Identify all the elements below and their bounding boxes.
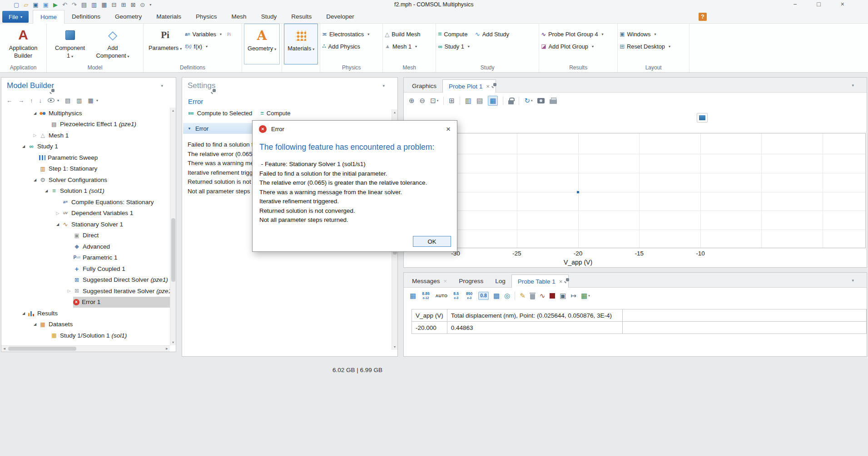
tab-physics[interactable]: Physics bbox=[188, 10, 224, 24]
open-icon[interactable]: ▱ bbox=[24, 1, 28, 9]
matrix-icon[interactable]: ⊞ bbox=[121, 1, 126, 9]
compact-notation-button[interactable]: 850e-3 bbox=[465, 291, 474, 300]
edit-table-icon[interactable]: ✎ bbox=[520, 292, 526, 300]
decimal-notation-button[interactable]: 0.8 bbox=[478, 292, 489, 300]
table-row[interactable]: -20.0000.44863 bbox=[412, 322, 867, 334]
scroll-right-icon[interactable]: ► bbox=[164, 346, 170, 352]
tree-item-study-1[interactable]: ◢Study 1 bbox=[1, 141, 170, 152]
zoom-in-icon[interactable]: ⊕ bbox=[409, 97, 415, 105]
graphics-tab-probe-plot-1[interactable]: Probe Plot 1× bbox=[442, 79, 496, 93]
tree-item-stationary-solver-1[interactable]: ◢Stationary Solver 1 bbox=[1, 219, 170, 230]
redo-icon[interactable]: ↷ bbox=[72, 1, 77, 9]
zoom-extents-icon[interactable]: ⊞ bbox=[449, 97, 455, 105]
tree-item-direct[interactable]: Direct bbox=[1, 230, 170, 241]
build-mesh-button[interactable]: △Build Mesh bbox=[385, 29, 420, 39]
expanded-arrow-icon[interactable]: ◢ bbox=[31, 322, 39, 326]
insert-rows-icon[interactable]: ▤ bbox=[81, 1, 87, 9]
tree-item-step-1-stationary[interactable]: Step 1: Stationary bbox=[1, 163, 170, 175]
vertical-grid-icon[interactable]: ▥ bbox=[465, 97, 471, 105]
plot-area[interactable] bbox=[412, 133, 866, 248]
materials-button[interactable]: Materials▾ bbox=[284, 24, 318, 64]
tab-study[interactable]: Study bbox=[254, 10, 284, 24]
add-physics-button[interactable]: ∴Add Physics bbox=[322, 42, 369, 51]
table-plot-icon[interactable]: ∿ bbox=[540, 292, 546, 300]
export-table-icon[interactable]: ↦ bbox=[571, 292, 577, 300]
scrollbar-thumb[interactable] bbox=[171, 218, 175, 282]
probe-table-header[interactable] bbox=[622, 309, 867, 322]
tab-mesh[interactable]: Mesh bbox=[224, 10, 254, 24]
expand-all-icon[interactable]: ▥ bbox=[76, 97, 82, 104]
save-icon[interactable]: ▣ bbox=[33, 1, 38, 9]
scrollbar-thumb[interactable] bbox=[8, 347, 76, 351]
expanded-arrow-icon[interactable]: ◢ bbox=[20, 144, 28, 148]
tab-materials[interactable]: Materials bbox=[149, 10, 188, 24]
zoom-select-icon[interactable]: ⊙ bbox=[140, 1, 145, 9]
windows-button[interactable]: ▣Windows▾ bbox=[620, 29, 670, 39]
clear-table-icon[interactable] bbox=[530, 293, 535, 299]
compute-button[interactable]: = Compute bbox=[260, 110, 290, 117]
expanded-arrow-icon[interactable]: ◢ bbox=[20, 311, 28, 315]
lock-axis-icon[interactable] bbox=[508, 98, 514, 104]
tree-item-compile-equations-stationary[interactable]: Compile Equations: Stationary bbox=[1, 196, 170, 208]
close-tab-icon[interactable]: × bbox=[444, 278, 447, 284]
save-as-icon[interactable]: ▣ bbox=[43, 1, 49, 9]
minimize-button[interactable]: − bbox=[793, 0, 797, 8]
collapse-all-icon[interactable]: ▤ bbox=[65, 97, 70, 104]
forward-icon[interactable]: → bbox=[18, 97, 24, 104]
probe-table-header[interactable]: Total displacement (nm), Point: (0.02564… bbox=[447, 309, 622, 322]
collapsed-arrow-icon[interactable]: ▷ bbox=[54, 211, 62, 216]
add-table-icon[interactable]: ▦▾ bbox=[581, 292, 590, 300]
study-1-button[interactable]: ∞Study 1▾ bbox=[438, 42, 470, 51]
zoom-out-icon[interactable]: ⊖ bbox=[420, 97, 426, 105]
model-tree-node-settings-icon[interactable]: ▦ bbox=[88, 97, 94, 104]
submatrix-icon[interactable]: ⊠ bbox=[130, 1, 135, 9]
expanded-arrow-icon[interactable]: ◢ bbox=[42, 189, 50, 193]
tab-developer[interactable]: Developer bbox=[319, 10, 362, 24]
toolbar-caret[interactable]: ▾ bbox=[96, 98, 98, 103]
help-button[interactable]: ? bbox=[699, 13, 707, 21]
copy-table-icon[interactable]: ▣ bbox=[560, 292, 566, 300]
add-study-button[interactable]: ∿Add Study bbox=[475, 29, 509, 39]
info-tab-log[interactable]: Log bbox=[489, 275, 511, 287]
tree-item-datasets[interactable]: ◢Datasets bbox=[1, 319, 170, 330]
merge-cells-icon[interactable]: ▦ bbox=[101, 1, 107, 9]
tree-item-solver-configurations[interactable]: ◢Solver Configurations bbox=[1, 174, 170, 186]
scroll-down-icon[interactable]: ▾ bbox=[170, 339, 176, 345]
engineering-notation-button[interactable]: 8.5e-3 bbox=[452, 291, 460, 300]
zoom-box-icon[interactable]: ⊡▾ bbox=[430, 97, 438, 105]
electrostatics-button[interactable]: ≍Electrostatics▾ bbox=[322, 29, 369, 39]
chevron-down-icon[interactable]: ▾ bbox=[382, 83, 385, 88]
chevron-down-icon[interactable]: ▾ bbox=[149, 1, 151, 9]
full-precision-icon[interactable]: ▩ bbox=[493, 292, 500, 300]
maximize-button[interactable]: □ bbox=[817, 0, 820, 8]
tree-item-mesh-1[interactable]: ▷Mesh 1 bbox=[1, 130, 170, 141]
scroll-left-icon[interactable]: ◄ bbox=[1, 346, 7, 352]
expanded-arrow-icon[interactable]: ◢ bbox=[54, 222, 62, 226]
format-family-icon[interactable]: ▦ bbox=[410, 292, 416, 300]
add-plot-group-button[interactable]: ◪Add Plot Group▾ bbox=[541, 42, 603, 51]
tree-item-parametric-1[interactable]: Parametric 1 bbox=[1, 252, 170, 264]
tree-item-solution-1[interactable]: ◢Solution 1(sol1) bbox=[1, 186, 170, 197]
f-x-button[interactable]: f(x)f(x)▾ bbox=[185, 42, 222, 51]
snapshot-icon[interactable] bbox=[537, 98, 545, 103]
close-icon[interactable]: × bbox=[446, 125, 451, 134]
close-button[interactable]: × bbox=[841, 0, 844, 8]
collapsed-arrow-icon[interactable]: ▷ bbox=[65, 289, 73, 293]
graphics-tab-graphics[interactable]: Graphics bbox=[406, 79, 442, 92]
application-builder-button[interactable]: AApplication Builder bbox=[2, 24, 45, 64]
show-caret[interactable]: ▾ bbox=[57, 98, 59, 103]
parameters-button[interactable]: PiParameters▾ bbox=[145, 24, 185, 64]
tree-item-piezoelectric-effect-1[interactable]: Piezoelectric Effect 1(pze1) bbox=[1, 119, 170, 130]
horizontal-scrollbar[interactable]: ◄ ► bbox=[1, 345, 170, 352]
compute-to-selected-button[interactable]: ≔ Compute to Selected bbox=[188, 110, 252, 117]
plot-image-button[interactable] bbox=[697, 113, 708, 123]
variables-button[interactable]: a=Variables▾ bbox=[185, 29, 222, 39]
tree-item-advanced[interactable]: Advanced bbox=[1, 241, 170, 252]
tab-home[interactable]: Home bbox=[33, 10, 64, 24]
cell-color-icon[interactable] bbox=[550, 293, 555, 299]
dialog-title-bar[interactable]: × Error bbox=[253, 121, 457, 137]
reset-desktop-button[interactable]: ⊞Reset Desktop▾ bbox=[620, 42, 670, 51]
probe-plot-group-4-button[interactable]: ∿Probe Plot Group 4▾ bbox=[541, 29, 603, 39]
move-up-icon[interactable]: ↑ bbox=[30, 97, 33, 104]
info-tab-probe-table-1[interactable]: Probe Table 1× bbox=[511, 275, 569, 288]
